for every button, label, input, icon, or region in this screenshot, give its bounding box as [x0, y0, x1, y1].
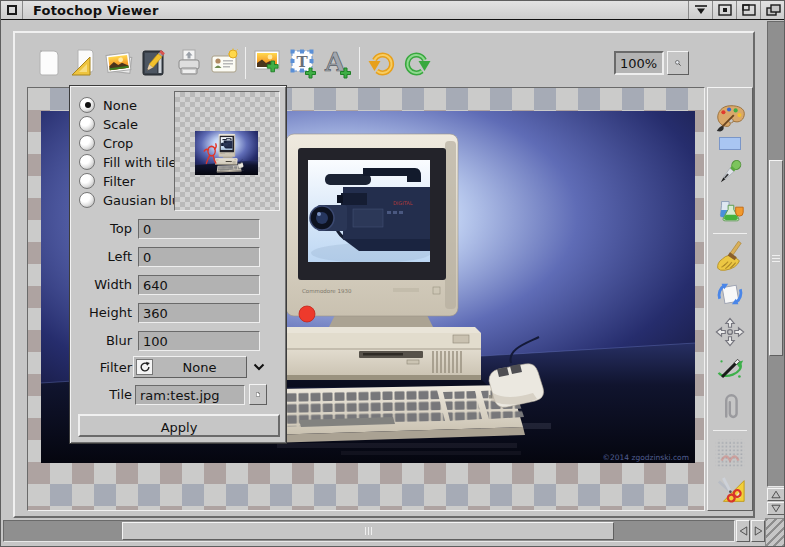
radio-option-gausian-blur[interactable]: Gausian blur	[79, 191, 185, 209]
left-field-row: Left	[70, 247, 286, 267]
zoom-box-button[interactable]	[712, 1, 736, 19]
width-label: Width	[70, 275, 132, 295]
transform-wand-button[interactable]	[712, 352, 748, 388]
scroll-right-button[interactable]	[751, 520, 765, 542]
crop-scissors-button[interactable]	[712, 473, 748, 509]
cycle-refresh-icon	[139, 361, 151, 373]
open-image-button[interactable]	[102, 46, 135, 80]
zoom-corner-button[interactable]	[736, 1, 760, 19]
zoom-level-input[interactable]	[614, 51, 664, 75]
height-field-row: Height	[70, 303, 286, 323]
paint-palette-button[interactable]	[712, 99, 748, 135]
arrow-left-icon	[739, 526, 748, 536]
radio-option-none[interactable]: None	[79, 96, 137, 114]
blur-input[interactable]	[138, 331, 260, 351]
clear-broom-button[interactable]	[712, 239, 748, 275]
radio-label: Fill with tiles	[103, 155, 183, 170]
tile-input[interactable]	[135, 385, 245, 405]
photo-watermark: ©2014 zgodzinski.com	[602, 453, 689, 462]
vertical-scrollbar-track[interactable]	[767, 21, 785, 487]
filter-dropdown-chevron[interactable]	[251, 359, 267, 375]
paint-palette-icon	[714, 101, 746, 133]
zoom-corner-icon	[740, 3, 758, 17]
chevron-down-icon	[253, 363, 265, 371]
insert-font-icon: A	[322, 47, 354, 79]
insert-font-button[interactable]: A	[321, 46, 354, 80]
print-export-icon	[174, 48, 204, 78]
tool-palette	[707, 87, 753, 511]
radio-button[interactable]	[79, 192, 95, 208]
horizontal-scrollbar-track[interactable]	[3, 520, 735, 542]
top-input[interactable]	[138, 219, 260, 239]
filter-value: None	[153, 360, 246, 375]
page-setup-ruler-icon	[69, 48, 99, 78]
width-input[interactable]	[138, 275, 260, 295]
zoom-magnifier-button[interactable]	[667, 51, 689, 75]
blur-label: Blur	[70, 331, 132, 351]
insert-text-button[interactable]: T	[286, 46, 319, 80]
tile-field-row: Tile	[70, 385, 286, 405]
radio-option-crop[interactable]: Crop	[79, 134, 133, 152]
tile-file-picker-button[interactable]	[249, 384, 267, 405]
blur-field-row: Blur	[70, 331, 286, 351]
horizontal-scrollbar	[3, 520, 765, 542]
height-label: Height	[70, 303, 132, 323]
redo-button[interactable]	[400, 46, 433, 80]
open-image-icon	[104, 48, 134, 78]
arrow-down-icon	[771, 504, 781, 513]
titlebar-gadgets	[688, 1, 784, 19]
radio-button[interactable]	[79, 173, 95, 189]
halftone-pattern-icon	[714, 438, 746, 470]
depth-button[interactable]	[760, 1, 784, 19]
file-icon	[256, 388, 260, 401]
image-info-card-button[interactable]	[207, 46, 240, 80]
toolbar-separator	[359, 47, 360, 79]
edit-image-button[interactable]	[137, 46, 170, 80]
tile-label: Tile	[70, 385, 132, 405]
undo-button[interactable]	[365, 46, 398, 80]
insert-image-button[interactable]	[251, 46, 284, 80]
attach-paperclip-button[interactable]	[712, 389, 748, 425]
active-color-swatch[interactable]	[719, 137, 741, 151]
thumb-grip	[770, 161, 782, 355]
text-tool-glyph: T	[296, 53, 308, 71]
radio-option-scale[interactable]: Scale	[79, 115, 138, 133]
iconify-button[interactable]	[688, 1, 712, 19]
undo-icon	[366, 47, 398, 79]
arrow-right-icon	[754, 526, 763, 536]
radio-button[interactable]	[79, 135, 95, 151]
radio-label: Crop	[103, 136, 133, 151]
move-tool-button[interactable]	[712, 314, 748, 350]
rotate-image-button[interactable]	[712, 276, 748, 312]
filter-flasks-button[interactable]	[712, 192, 748, 228]
close-button[interactable]	[1, 1, 23, 19]
radio-option-filter[interactable]: Filter	[79, 172, 135, 190]
radio-button[interactable]	[79, 116, 95, 132]
eyedropper-button[interactable]	[712, 154, 748, 190]
operation-dialog: None Scale Crop Fill with tiles Filter G…	[69, 85, 287, 444]
apply-button[interactable]: Apply	[78, 414, 280, 437]
horizontal-scrollbar-thumb[interactable]	[122, 522, 614, 540]
window-resize-grip[interactable]	[765, 518, 785, 547]
left-input[interactable]	[138, 247, 260, 267]
width-field-row: Width	[70, 275, 286, 295]
radio-button[interactable]	[79, 154, 95, 170]
cycle-icon-box	[136, 359, 153, 375]
print-export-button[interactable]	[172, 46, 205, 80]
halftone-pattern-button[interactable]	[712, 436, 748, 472]
zoom-control	[614, 51, 689, 75]
scroll-down-button[interactable]	[767, 502, 785, 515]
filter-cycle-gadget[interactable]: None	[133, 356, 247, 378]
scroll-left-button[interactable]	[736, 520, 750, 542]
toolbar-separator	[245, 47, 246, 79]
page-setup-ruler-button[interactable]	[67, 46, 100, 80]
eyedropper-icon	[714, 156, 746, 188]
scroll-up-button[interactable]	[767, 488, 785, 501]
new-document-button[interactable]	[32, 46, 65, 80]
vertical-scrollbar-thumb[interactable]	[769, 160, 783, 356]
radio-option-fill-with-tiles[interactable]: Fill with tiles	[79, 153, 183, 171]
fotochop-window: Fotochop Viewer	[0, 0, 785, 547]
zoom-magnifier-icon	[674, 54, 682, 72]
height-input[interactable]	[138, 303, 260, 323]
radio-button[interactable]	[79, 97, 95, 113]
